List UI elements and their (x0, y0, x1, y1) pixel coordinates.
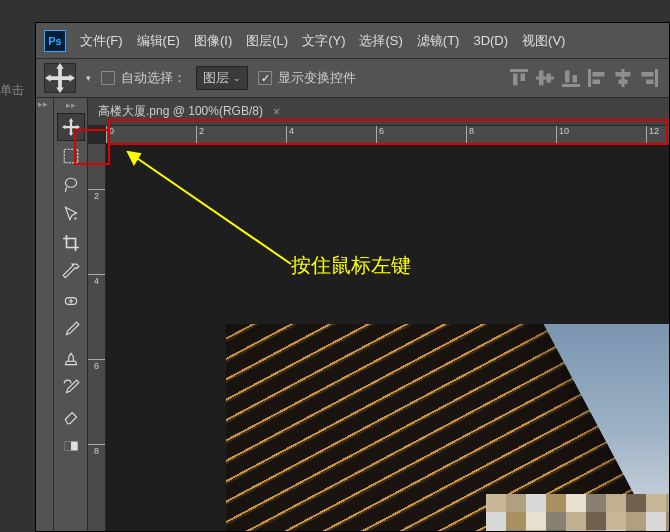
menu-view[interactable]: 视图(V) (522, 32, 565, 50)
image-layer[interactable] (226, 324, 669, 531)
highlight-move-tool (74, 129, 110, 165)
brush-tool[interactable] (57, 316, 85, 344)
highlight-ruler (108, 119, 668, 145)
show-transform-option[interactable]: 显示变换控件 (258, 69, 356, 87)
align-top-button[interactable] (507, 66, 531, 90)
close-tab-icon[interactable]: × (273, 105, 280, 119)
document-tab[interactable]: 高楼大厦.png @ 100%(RGB/8) (98, 103, 263, 120)
svg-rect-3 (536, 77, 554, 80)
document-area: 高楼大厦.png @ 100%(RGB/8) × 0 2 4 6 8 10 12… (88, 98, 669, 531)
lasso-tool[interactable] (57, 171, 85, 199)
menu-3d[interactable]: 3D(D) (473, 33, 508, 48)
svg-rect-17 (646, 80, 654, 85)
align-bottom-button[interactable] (559, 66, 583, 90)
show-transform-checkbox[interactable] (258, 71, 272, 85)
svg-point-19 (74, 217, 76, 219)
svg-rect-6 (562, 84, 580, 87)
eyedropper-tool[interactable] (57, 258, 85, 286)
svg-rect-8 (573, 75, 578, 83)
clone-stamp-tool[interactable] (57, 345, 85, 373)
menu-type[interactable]: 文字(Y) (302, 32, 345, 50)
auto-select-label: 自动选择： (121, 69, 186, 87)
auto-select-option[interactable]: 自动选择： (101, 69, 186, 87)
options-bar: ▾ 自动选择： 图层 ⌄ 显示变换控件 (36, 58, 669, 98)
gradient-tool[interactable] (57, 432, 85, 460)
auto-select-target-dropdown[interactable]: 图层 ⌄ (196, 66, 248, 90)
svg-rect-16 (642, 72, 654, 77)
left-collapsed-panel[interactable]: ▸▸ (36, 98, 54, 531)
align-left-button[interactable] (585, 66, 609, 90)
menu-file[interactable]: 文件(F) (80, 32, 123, 50)
menu-select[interactable]: 选择(S) (359, 32, 402, 50)
svg-line-23 (128, 152, 291, 264)
menubar: Ps 文件(F) 编辑(E) 图像(I) 图层(L) 文字(Y) 选择(S) 滤… (36, 23, 669, 58)
menu-layer[interactable]: 图层(L) (246, 32, 288, 50)
toolbox-expand-icon[interactable]: ▸▸ (66, 100, 76, 112)
move-icon (45, 63, 75, 93)
svg-rect-12 (622, 69, 625, 87)
pixelated-region (486, 494, 669, 531)
menu-filter[interactable]: 滤镜(T) (417, 32, 460, 50)
dropdown-value: 图层 (203, 69, 229, 87)
chevron-down-icon: ⌄ (233, 73, 241, 83)
history-brush-tool[interactable] (57, 374, 85, 402)
chevron-down-icon[interactable]: ▾ (86, 73, 91, 83)
align-vcenter-button[interactable] (533, 66, 557, 90)
canvas[interactable]: 按住鼠标左键 (106, 144, 669, 531)
menu-image[interactable]: 图像(I) (194, 32, 232, 50)
svg-rect-9 (588, 69, 591, 87)
svg-rect-14 (619, 80, 628, 85)
auto-select-checkbox[interactable] (101, 71, 115, 85)
align-hcenter-button[interactable] (611, 66, 635, 90)
ps-logo: Ps (44, 30, 66, 52)
ruler-tick: 4 (88, 274, 105, 286)
outer-label: 单击 (0, 82, 24, 99)
svg-rect-22 (64, 442, 71, 451)
app-window: Ps 文件(F) 编辑(E) 图像(I) 图层(L) 文字(Y) 选择(S) 滤… (35, 22, 670, 532)
svg-rect-5 (547, 74, 552, 83)
menu-edit[interactable]: 编辑(E) (137, 32, 180, 50)
ruler-tick: 8 (88, 444, 105, 456)
svg-rect-0 (510, 69, 528, 72)
annotation-text: 按住鼠标左键 (291, 252, 411, 279)
svg-rect-2 (521, 74, 526, 82)
crop-tool[interactable] (57, 229, 85, 257)
eraser-tool[interactable] (57, 403, 85, 431)
expand-panel-icon[interactable]: ▸▸ (38, 99, 48, 109)
healing-brush-tool[interactable] (57, 287, 85, 315)
svg-rect-7 (565, 71, 570, 83)
svg-rect-4 (539, 71, 544, 86)
align-buttons (507, 66, 661, 90)
ruler-tick: 2 (88, 189, 105, 201)
svg-rect-10 (593, 72, 605, 77)
active-tool-indicator[interactable] (44, 63, 76, 93)
show-transform-label: 显示变换控件 (278, 69, 356, 87)
align-right-button[interactable] (637, 66, 661, 90)
vertical-ruler[interactable]: 2 4 6 8 (88, 144, 106, 531)
svg-rect-11 (593, 80, 601, 85)
svg-rect-15 (655, 69, 658, 87)
quick-select-tool[interactable] (57, 200, 85, 228)
svg-rect-1 (513, 74, 518, 86)
svg-marker-24 (128, 152, 140, 164)
workarea: ▸▸ ▸▸ 高楼大厦.png @ 100%(RGB/8) × 0 2 (36, 98, 669, 531)
svg-rect-13 (616, 72, 631, 77)
ruler-tick: 6 (88, 359, 105, 371)
